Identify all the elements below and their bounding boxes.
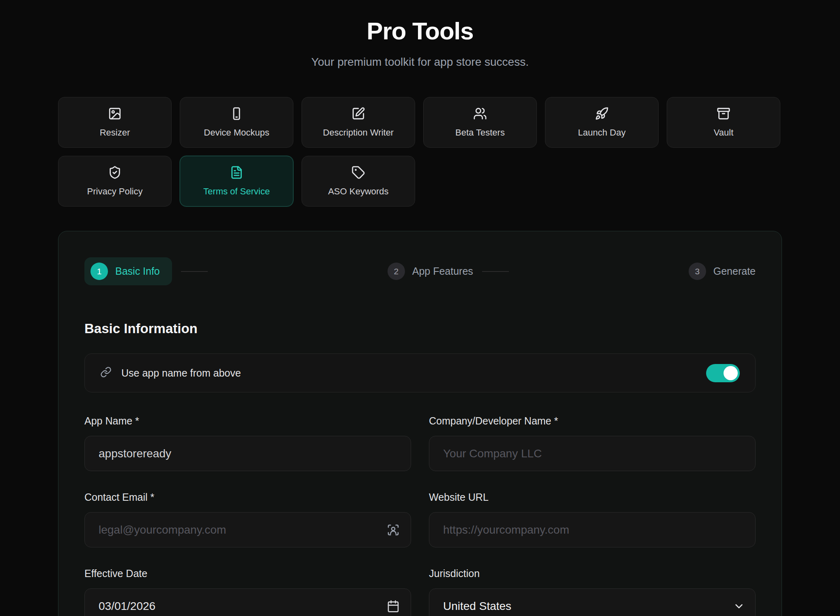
- tool-label: Terms of Service: [203, 186, 270, 197]
- tool-resizer[interactable]: Resizer: [58, 97, 172, 148]
- edit-pen-icon: [351, 107, 365, 122]
- step-connector: [482, 271, 509, 272]
- jurisdiction-select[interactable]: United States: [429, 588, 756, 616]
- company-name-input[interactable]: [429, 436, 756, 471]
- use-app-name-banner: Use app name from above: [84, 353, 756, 392]
- website-url-input[interactable]: [429, 512, 756, 547]
- wizard-stepper: 1 Basic Info 2 App Features 3 Generate: [84, 257, 756, 285]
- effective-date-label: Effective Date: [84, 568, 411, 579]
- jurisdiction-label: Jurisdiction: [429, 568, 756, 579]
- calendar-icon[interactable]: [387, 600, 400, 613]
- tool-description-writer[interactable]: Description Writer: [302, 97, 415, 148]
- page-header: Pro Tools Your premium toolkit for app s…: [0, 0, 840, 69]
- users-icon: [473, 107, 487, 122]
- step-number: 3: [689, 263, 706, 280]
- jurisdiction-field-group: Jurisdiction United States: [429, 568, 756, 616]
- contact-email-field-group: Contact Email *: [84, 491, 411, 547]
- tools-grid: Resizer Device Mockups Description Write…: [58, 97, 782, 207]
- website-url-field-group: Website URL: [429, 491, 756, 547]
- section-title: Basic Information: [84, 321, 756, 336]
- tool-device-mockups[interactable]: Device Mockups: [180, 97, 293, 148]
- effective-date-field-group: Effective Date: [84, 568, 411, 616]
- jurisdiction-value: United States: [443, 600, 511, 613]
- wizard-card: 1 Basic Info 2 App Features 3 Generate B…: [58, 231, 782, 616]
- step-number: 2: [388, 263, 405, 280]
- step-number: 1: [90, 263, 108, 280]
- app-name-input[interactable]: [84, 436, 411, 471]
- tool-terms-of-service[interactable]: Terms of Service: [180, 156, 293, 207]
- app-name-field-group: App Name *: [84, 415, 411, 471]
- tool-privacy-policy[interactable]: Privacy Policy: [58, 156, 172, 207]
- tag-icon: [351, 166, 365, 181]
- tool-label: ASO Keywords: [328, 186, 388, 197]
- contact-email-label: Contact Email *: [84, 491, 411, 503]
- step-connector: [181, 271, 208, 272]
- step-label: Generate: [713, 265, 756, 277]
- tool-label: Description Writer: [323, 127, 394, 138]
- tool-aso-keywords[interactable]: ASO Keywords: [302, 156, 415, 207]
- tool-label: Launch Day: [578, 127, 625, 138]
- step-label: App Features: [412, 265, 473, 277]
- contact-email-input[interactable]: [84, 512, 411, 547]
- tool-beta-testers[interactable]: Beta Testers: [423, 97, 537, 148]
- use-app-name-label: Use app name from above: [121, 367, 241, 379]
- archive-icon: [717, 107, 730, 122]
- image-icon: [108, 107, 122, 122]
- shield-check-icon: [108, 166, 122, 181]
- basic-info-form: App Name * Company/Developer Name * Cont…: [84, 415, 756, 616]
- toggle-knob: [724, 366, 738, 380]
- smartphone-icon: [230, 107, 243, 122]
- tool-vault[interactable]: Vault: [667, 97, 780, 148]
- use-app-name-toggle[interactable]: [706, 364, 740, 382]
- chevron-down-icon: [733, 600, 745, 612]
- tool-label: Beta Testers: [455, 127, 505, 138]
- link-icon: [100, 366, 112, 379]
- step-label: Basic Info: [115, 265, 160, 277]
- tool-label: Resizer: [100, 127, 130, 138]
- app-name-label: App Name *: [84, 415, 411, 427]
- effective-date-input[interactable]: [84, 588, 411, 616]
- rocket-icon: [595, 107, 609, 122]
- tool-label: Vault: [714, 127, 734, 138]
- tool-launch-day[interactable]: Launch Day: [545, 97, 659, 148]
- company-name-label: Company/Developer Name *: [429, 415, 756, 427]
- tool-label: Privacy Policy: [87, 186, 143, 197]
- page-title: Pro Tools: [0, 17, 840, 45]
- contact-autofill-icon[interactable]: [387, 523, 400, 536]
- step-generate[interactable]: 3 Generate: [689, 263, 756, 280]
- document-icon: [230, 166, 243, 181]
- step-app-features[interactable]: 2 App Features: [388, 263, 473, 280]
- page-subtitle: Your premium toolkit for app store succe…: [0, 56, 840, 69]
- tool-label: Device Mockups: [204, 127, 269, 138]
- step-basic-info[interactable]: 1 Basic Info: [84, 257, 172, 285]
- company-name-field-group: Company/Developer Name *: [429, 415, 756, 471]
- website-url-label: Website URL: [429, 491, 756, 503]
